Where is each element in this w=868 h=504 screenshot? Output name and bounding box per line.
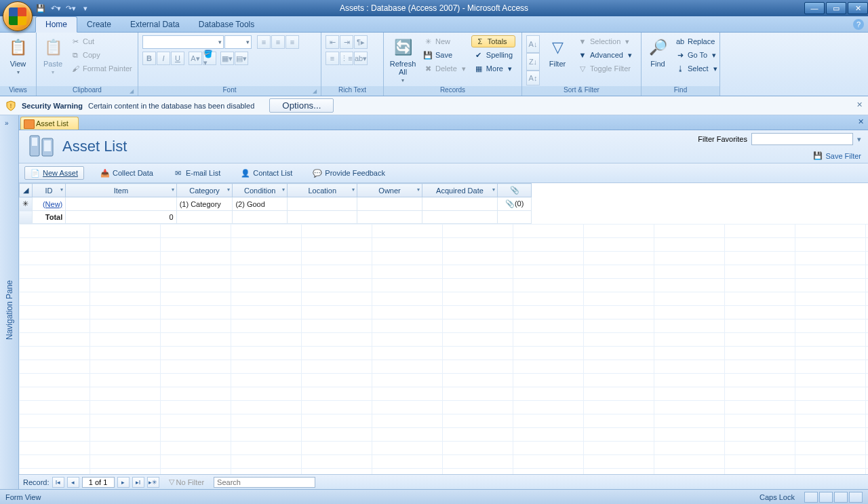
chevron-down-icon[interactable]: ▾ (172, 187, 174, 193)
select-button[interactable]: ⭳Select ▾ (673, 62, 720, 75)
col-condition[interactable]: Condition▾ (233, 184, 288, 197)
align-left-button[interactable]: ≡ (257, 35, 271, 49)
chevron-down-icon[interactable]: ▾ (492, 187, 495, 193)
record-position-input[interactable] (82, 477, 115, 488)
spelling-button[interactable]: ✔Spelling (471, 49, 515, 61)
dec-indent-button[interactable]: ⇤ (326, 35, 339, 49)
undo-icon[interactable]: ↶▾ (50, 3, 61, 14)
find-button[interactable]: 🔎 Find (646, 35, 670, 69)
clear-sort-button[interactable]: A↕ (526, 71, 540, 85)
align-right-button[interactable]: ≡ (285, 35, 299, 49)
tab-create[interactable]: Create (77, 17, 121, 32)
cut-button[interactable]: ✂Cut (68, 35, 135, 47)
more-button[interactable]: ▦More ▾ (471, 62, 515, 75)
chevron-down-icon[interactable]: ▾ (227, 187, 230, 193)
col-id[interactable]: ID▾ (32, 184, 66, 197)
view-button[interactable]: 📋 View ▾ (4, 35, 32, 77)
doc-tab-close-button[interactable]: ✕ (858, 117, 864, 126)
last-record-button[interactable]: ▸I (132, 477, 144, 488)
numbering-button[interactable]: ≡ (326, 52, 339, 65)
maximize-button[interactable]: ▭ (826, 2, 846, 14)
chevron-down-icon[interactable]: ▾ (417, 187, 420, 193)
cell-owner[interactable] (357, 197, 422, 211)
no-filter-indicator[interactable]: ▽No Filter (169, 478, 205, 486)
font-name-dropdown[interactable] (142, 35, 224, 49)
italic-button[interactable]: I (157, 52, 170, 65)
col-owner[interactable]: Owner▾ (357, 184, 422, 197)
cell-attachments[interactable]: 📎(0) (498, 197, 532, 211)
row-selector[interactable] (20, 211, 33, 224)
next-record-button[interactable]: ▸ (117, 477, 130, 488)
contact-list-button[interactable]: 👤Contact List (237, 166, 296, 180)
save-icon[interactable]: 💾 (35, 3, 46, 14)
office-button[interactable] (3, 1, 33, 31)
tab-external-data[interactable]: External Data (121, 17, 189, 32)
bullets-button[interactable]: ⋮≡ (340, 52, 353, 65)
navigation-pane-collapsed[interactable]: » Navigation Pane (0, 115, 19, 489)
format-painter-button[interactable]: 🖌Format Painter (68, 62, 135, 75)
col-item[interactable]: Item▾ (66, 184, 176, 197)
paste-button[interactable]: 📋 Paste ▾ (41, 35, 65, 77)
design-view-button[interactable] (849, 492, 863, 503)
save-filter-link[interactable]: 💾Save Filter (813, 151, 861, 160)
close-button[interactable]: ✕ (848, 2, 868, 14)
sort-asc-button[interactable]: A↓ (526, 35, 540, 53)
font-size-dropdown[interactable] (224, 35, 252, 49)
new-asset-button[interactable]: 📄New Asset (24, 166, 84, 180)
tab-database-tools[interactable]: Database Tools (189, 17, 264, 32)
new-record-nav-button[interactable]: ▸✳ (147, 477, 159, 488)
chevron-down-icon[interactable]: ▾ (282, 187, 285, 193)
totals-button[interactable]: ΣTotals (471, 35, 515, 47)
replace-button[interactable]: abReplace (673, 35, 720, 47)
search-input[interactable] (214, 477, 315, 488)
row-selector[interactable]: ✳ (20, 197, 33, 211)
security-close-button[interactable]: ✕ (854, 100, 864, 109)
cell-category[interactable]: (1) Category (176, 197, 233, 211)
sort-desc-button[interactable]: Z↓ (526, 53, 540, 71)
minimize-button[interactable]: — (804, 2, 825, 14)
font-color-button[interactable]: A▾ (189, 52, 202, 65)
tab-home[interactable]: Home (35, 16, 77, 33)
cell-condition[interactable]: (2) Good (233, 197, 288, 211)
datasheet-view-button[interactable] (819, 492, 833, 503)
cell-id[interactable]: (New) (32, 197, 66, 211)
delete-record-button[interactable]: ✖Delete ▾ (420, 62, 469, 75)
chevron-down-icon[interactable]: ▾ (352, 187, 355, 193)
new-record-row[interactable]: ✳ (New) (1) Category (2) Good 📎(0) (20, 197, 532, 211)
prev-record-button[interactable]: ◂ (67, 477, 79, 488)
layout-view-button[interactable] (834, 492, 848, 503)
filter-dropdown-icon[interactable]: ▾ (857, 135, 861, 144)
bold-button[interactable]: B (142, 52, 156, 65)
select-all-corner[interactable]: ◢ (20, 184, 33, 197)
gridlines-button[interactable]: ▦▾ (220, 52, 234, 65)
cell-item[interactable] (66, 197, 176, 211)
ltr-button[interactable]: ¶▸ (354, 35, 368, 49)
alt-row-button[interactable]: ▤▾ (235, 52, 248, 65)
selection-button[interactable]: ▼Selection ▾ (575, 35, 635, 47)
datasheet-grid[interactable]: ◢ ID▾ Item▾ Category▾ Condition▾ Locatio… (19, 183, 868, 474)
copy-button[interactable]: ⧉Copy (68, 49, 135, 61)
new-record-button[interactable]: ✳New (420, 35, 469, 47)
col-location[interactable]: Location▾ (288, 184, 357, 197)
cell-location[interactable] (288, 197, 357, 211)
save-record-button[interactable]: 💾Save (420, 49, 469, 61)
filter-button[interactable]: ▽ Filter (542, 35, 572, 69)
col-acquired-date[interactable]: Acquired Date▾ (422, 184, 498, 197)
email-list-button[interactable]: ✉E-mail List (170, 166, 224, 180)
advanced-button[interactable]: ▼Advanced ▾ (575, 49, 635, 61)
toggle-filter-button[interactable]: ▽Toggle Filter (575, 62, 635, 75)
col-attachments[interactable]: 📎 (498, 184, 532, 197)
first-record-button[interactable]: I◂ (52, 477, 64, 488)
fill-color-button[interactable]: 🪣▾ (203, 52, 216, 65)
goto-button[interactable]: ➜Go To ▾ (673, 49, 720, 61)
chevron-down-icon[interactable]: ▾ (60, 187, 63, 193)
col-category[interactable]: Category▾ (176, 184, 233, 197)
help-icon[interactable]: ? (853, 19, 864, 30)
align-center-button[interactable]: ≡ (271, 35, 285, 49)
highlight-button[interactable]: ab▾ (354, 52, 368, 65)
doc-tab-asset-list[interactable]: Asset List (20, 117, 79, 130)
cell-acquired-date[interactable] (422, 197, 498, 211)
filter-favorites-input[interactable] (751, 133, 853, 145)
provide-feedback-button[interactable]: 💬Provide Feedback (309, 166, 389, 180)
collect-data-button[interactable]: 📥Collect Data (96, 166, 157, 180)
